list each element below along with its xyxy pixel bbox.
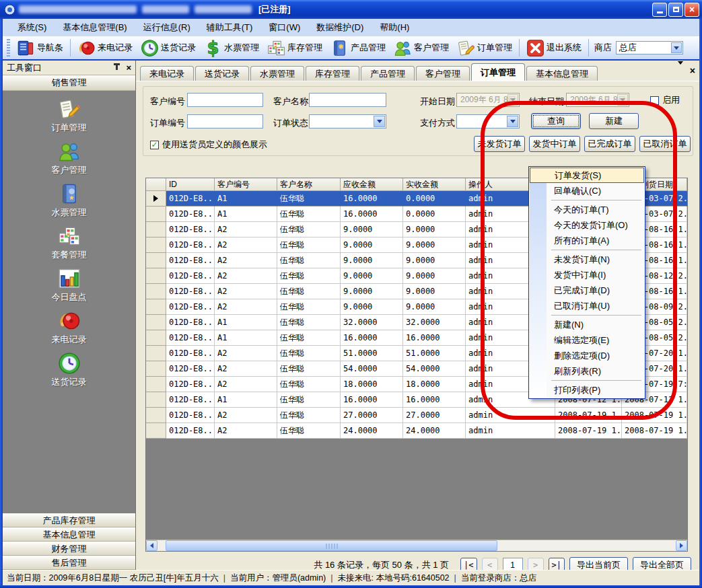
menu-item[interactable]: 发货中订单(I) bbox=[530, 267, 644, 283]
menu-item[interactable]: 已取消订单(U) bbox=[530, 298, 644, 314]
tab-scroll-down-icon[interactable] bbox=[678, 65, 683, 77]
column-header-receivable[interactable]: 应收金额 bbox=[341, 178, 403, 191]
column-header-customer_name[interactable]: 客户名称 bbox=[277, 178, 341, 191]
sidebar-section-header[interactable]: 销售管理 bbox=[3, 75, 135, 91]
row-selector[interactable] bbox=[146, 377, 166, 392]
sidebar-group-2[interactable]: 财务管理 bbox=[3, 542, 135, 556]
toolbar-button-order[interactable]: 订单管理 bbox=[453, 38, 516, 59]
row-selector[interactable] bbox=[146, 330, 166, 346]
pay-method-select[interactable] bbox=[456, 114, 520, 128]
menu-basic-info-management[interactable]: 基本信息管理(B) bbox=[55, 20, 135, 36]
menu-runtime-info[interactable]: 运行信息(R) bbox=[135, 20, 199, 36]
row-selector[interactable] bbox=[146, 346, 166, 361]
row-selector[interactable] bbox=[146, 408, 166, 423]
toolbar-button-customer[interactable]: 客户管理 bbox=[390, 38, 453, 59]
maximize-button[interactable] bbox=[668, 3, 683, 17]
new-button[interactable]: 新建 bbox=[589, 113, 639, 129]
customer-code-input[interactable] bbox=[187, 93, 263, 107]
toolbar-button-water-ticket[interactable]: $水票管理 bbox=[200, 38, 263, 59]
toolbar-button-exit[interactable]: 退出系统 bbox=[522, 38, 586, 59]
completed-orders-button[interactable]: 已完成订单 bbox=[584, 136, 635, 152]
toolbar-grip[interactable] bbox=[7, 39, 10, 57]
order-code-input[interactable] bbox=[187, 114, 263, 128]
menu-item[interactable]: 所有的订单(A) bbox=[530, 233, 644, 248]
chevron-down-icon[interactable] bbox=[507, 116, 518, 127]
menu-assist-tools[interactable]: 辅助工具(T) bbox=[199, 20, 261, 36]
sidebar-item-water-ticket-management[interactable]: 水票管理 bbox=[3, 181, 135, 223]
close-icon[interactable]: × bbox=[126, 63, 131, 73]
enable-checkbox[interactable]: 启用 bbox=[650, 94, 680, 106]
row-selector[interactable] bbox=[146, 191, 166, 207]
sidebar-group-1[interactable]: 基本信息管理 bbox=[3, 527, 135, 542]
row-selector[interactable] bbox=[146, 237, 166, 253]
menu-item[interactable]: 回单确认(C) bbox=[530, 183, 644, 198]
title-bar[interactable]: [已注册] × bbox=[0, 0, 702, 19]
table-row[interactable]: 012D-E8...A2伍华聪27.000027.0000admin2008-0… bbox=[146, 408, 687, 423]
start-date-picker[interactable]: 2009年 6月 8日 bbox=[456, 93, 520, 107]
horizontal-scrollbar[interactable] bbox=[146, 540, 687, 551]
sidebar-item-call-log[interactable]: 来电记录 bbox=[3, 308, 135, 351]
scroll-right-icon[interactable] bbox=[676, 540, 687, 551]
store-select[interactable]: 总店 bbox=[616, 41, 683, 54]
row-selector[interactable] bbox=[146, 361, 166, 377]
driver-color-checkbox[interactable]: ✓使用送货员定义的颜色展示 bbox=[150, 139, 267, 151]
sidebar-item-combo-management[interactable]: 套餐管理 bbox=[3, 223, 135, 266]
row-selector[interactable] bbox=[146, 423, 166, 439]
row-selector[interactable] bbox=[146, 268, 166, 284]
order-status-select[interactable] bbox=[309, 114, 386, 128]
tab-water-ticket[interactable]: 水票管理 bbox=[250, 66, 304, 81]
toolbar-button-call-log[interactable]: 来电记录 bbox=[73, 38, 137, 59]
chevron-down-icon[interactable] bbox=[507, 94, 518, 106]
toolbar-button-nav-bar[interactable]: 导航条 bbox=[13, 38, 67, 59]
tab-order[interactable]: 订单管理 bbox=[471, 63, 525, 81]
sidebar-item-today-stocktake[interactable]: 今日盘点 bbox=[3, 266, 135, 308]
menu-item[interactable]: 打印列表(P) bbox=[530, 382, 644, 398]
chevron-down-icon[interactable] bbox=[671, 42, 682, 53]
menu-data-maintenance[interactable]: 数据维护(D) bbox=[308, 20, 372, 36]
close-button[interactable]: × bbox=[685, 3, 699, 17]
not-shipped-orders-button[interactable]: 未发货订单 bbox=[474, 136, 525, 152]
menu-item[interactable]: 刷新列表(R) bbox=[530, 363, 644, 379]
row-selector[interactable] bbox=[146, 284, 166, 299]
tab-product[interactable]: 产品管理 bbox=[361, 66, 415, 81]
row-selector[interactable] bbox=[146, 392, 166, 408]
menu-item[interactable]: 编辑选定项(E) bbox=[530, 332, 644, 348]
menu-system[interactable]: 系统(S) bbox=[9, 20, 55, 36]
chevron-down-icon[interactable] bbox=[617, 94, 628, 106]
row-selector[interactable] bbox=[146, 207, 166, 222]
sidebar-group-3[interactable]: 售后管理 bbox=[3, 556, 135, 570]
menu-window[interactable]: 窗口(W) bbox=[260, 20, 308, 36]
end-date-picker[interactable]: 2009年 6月 8日 bbox=[566, 93, 629, 107]
tab-delivery-log[interactable]: 送货记录 bbox=[195, 66, 249, 81]
column-header-customer_code[interactable]: 客户编号 bbox=[215, 178, 277, 191]
menu-item[interactable]: 新建(N) bbox=[530, 317, 644, 332]
tab-inventory[interactable]: 库存管理 bbox=[306, 66, 359, 81]
scroll-left-icon[interactable] bbox=[146, 540, 157, 551]
minimize-button[interactable] bbox=[652, 3, 667, 17]
menu-item[interactable]: 未发货订单(N) bbox=[530, 252, 644, 267]
menu-help[interactable]: 帮助(H) bbox=[372, 20, 417, 36]
toolbar-button-inventory[interactable]: 库存管理 bbox=[263, 38, 326, 59]
toolbar-button-product[interactable]: 产品管理 bbox=[326, 38, 390, 59]
row-selector[interactable] bbox=[146, 222, 166, 237]
shipping-orders-button[interactable]: 发货中订单 bbox=[529, 136, 580, 152]
sidebar-item-customer-management[interactable]: 客户管理 bbox=[3, 139, 135, 181]
menu-item[interactable]: 订单发货(S) bbox=[530, 168, 644, 183]
menu-item[interactable]: 今天的发货订单(O) bbox=[530, 217, 644, 233]
chevron-down-icon[interactable] bbox=[374, 116, 385, 127]
tab-basic-info[interactable]: 基本信息管理 bbox=[526, 66, 598, 81]
row-selector[interactable] bbox=[146, 315, 166, 330]
column-header-id[interactable]: ID bbox=[166, 178, 215, 191]
scrollbar-thumb[interactable] bbox=[166, 540, 497, 551]
toolbar-button-delivery-log[interactable]: 送货记录 bbox=[137, 38, 200, 59]
column-header-received[interactable]: 实收金额 bbox=[403, 178, 466, 191]
sidebar-group-0[interactable]: 产品库存管理 bbox=[3, 513, 135, 527]
menu-item[interactable]: 今天的订单(T) bbox=[530, 202, 644, 217]
sidebar-item-order-management[interactable]: 订单管理 bbox=[3, 96, 135, 139]
row-selector[interactable] bbox=[146, 299, 166, 315]
sidebar-item-delivery-log[interactable]: 送货记录 bbox=[3, 351, 135, 393]
cancelled-orders-button[interactable]: 已取消订单 bbox=[639, 136, 691, 152]
table-row[interactable]: 012D-E8...A2伍华聪24.000024.0000admin2008-0… bbox=[146, 423, 687, 439]
customer-name-input[interactable] bbox=[309, 93, 386, 107]
tab-close-icon[interactable]: × bbox=[690, 66, 695, 75]
